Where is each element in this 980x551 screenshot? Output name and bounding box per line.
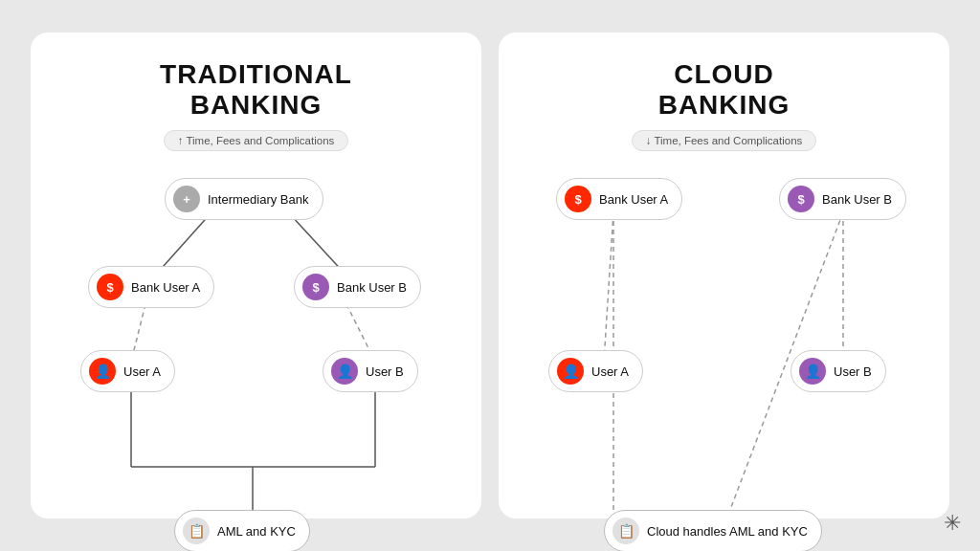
cloud-subtitle: ↓ Time, Fees and Complications xyxy=(632,130,817,151)
cloud-bank-a-icon: $ xyxy=(565,186,591,212)
traditional-user-b-node: 👤 User B xyxy=(323,350,418,392)
cloud-user-b-node: 👤 User B xyxy=(791,350,886,392)
bank-a-icon: $ xyxy=(97,274,123,300)
cloud-user-a-node: 👤 User A xyxy=(548,350,643,392)
bank-b-icon: $ xyxy=(302,274,329,300)
cloud-bank-b-icon: $ xyxy=(788,186,814,212)
traditional-diagram: + Intermediary Bank $ Bank User A $ Bank… xyxy=(59,170,453,492)
cloud-user-a-icon: 👤 xyxy=(557,358,584,385)
aml-icon: 📋 xyxy=(183,518,210,544)
cloud-aml-node: 📋 Cloud handles AML and KYC xyxy=(604,510,822,551)
cloud-bank-user-a-node: $ Bank User A xyxy=(556,178,682,220)
cloud-bank-user-b-node: $ Bank User B xyxy=(779,178,906,220)
main-container: TRADITIONAL BANKING ↑ Time, Fees and Com… xyxy=(11,13,969,538)
cloud-diagram: $ Bank User A $ Bank User B 👤 User A 👤 U… xyxy=(527,170,921,492)
cloud-title: CLOUD BANKING xyxy=(658,59,791,121)
traditional-user-a-node: 👤 User A xyxy=(80,350,175,392)
traditional-subtitle: ↑ Time, Fees and Complications xyxy=(164,130,349,151)
asterisk-decoration: ✳ xyxy=(944,511,961,536)
svg-line-8 xyxy=(604,212,613,362)
traditional-banking-panel: TRADITIONAL BANKING ↑ Time, Fees and Com… xyxy=(31,33,481,518)
cloud-banking-panel: CLOUD BANKING ↓ Time, Fees and Complicat… xyxy=(499,33,949,518)
traditional-title: TRADITIONAL BANKING xyxy=(160,59,352,121)
intermediary-bank-node: + Intermediary Bank xyxy=(165,178,323,220)
traditional-bank-user-b-node: $ Bank User B xyxy=(294,266,421,308)
intermediary-icon: + xyxy=(173,186,200,212)
user-b-icon: 👤 xyxy=(331,358,358,385)
cloud-user-b-icon: 👤 xyxy=(799,358,826,385)
user-a-icon: 👤 xyxy=(89,358,116,385)
traditional-aml-node: 📋 AML and KYC xyxy=(174,510,310,551)
cloud-aml-icon: 📋 xyxy=(612,518,639,544)
traditional-bank-user-a-node: $ Bank User A xyxy=(88,266,214,308)
